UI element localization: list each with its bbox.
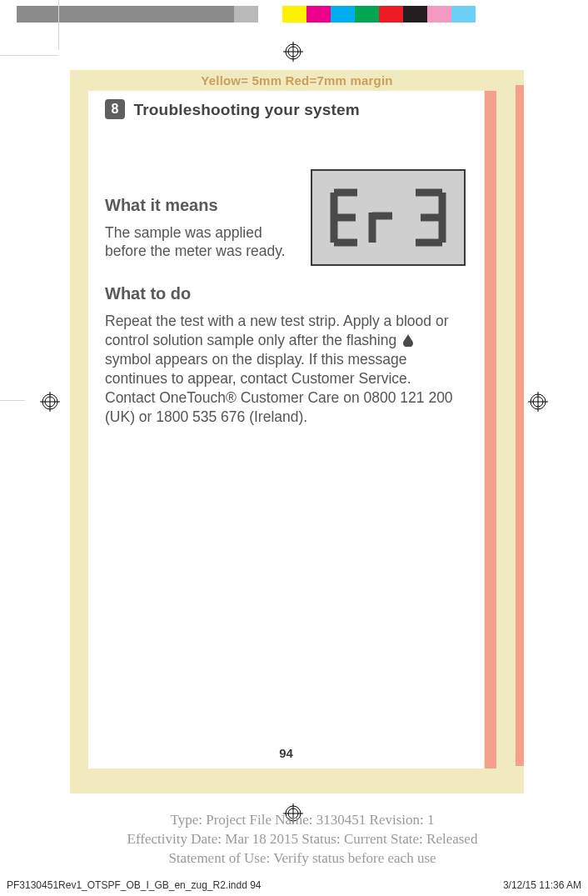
section-heading-what-to-do: What to do (105, 284, 466, 303)
doc-metadata: Type: Project File Name: 3130451 Revisio… (50, 811, 555, 868)
chapter-number-badge: 8 (105, 99, 125, 119)
color-swatch (331, 6, 355, 23)
color-swatch (379, 6, 403, 23)
color-swatch (210, 6, 234, 23)
lcd-er3-icon (326, 186, 451, 249)
meter-lcd-display (311, 169, 466, 266)
registration-mark-icon (528, 392, 548, 412)
color-swatch (137, 6, 162, 23)
orange-edge-strip (516, 85, 524, 766)
crop-rule (0, 55, 58, 56)
color-swatch (113, 6, 137, 23)
chapter-header: 8 Troubleshooting your system (105, 99, 466, 119)
section-body-what-it-means: The sample was applied before the meter … (105, 223, 296, 261)
blood-drop-icon (402, 333, 414, 346)
color-swatch (234, 6, 258, 23)
color-swatch (306, 6, 331, 23)
slugline: PF3130451Rev1_OTSPF_OB_I_GB_en_zug_R2.in… (7, 879, 581, 891)
registration-mark-icon (40, 392, 60, 412)
meta-line-3: Statement of Use: Verify status before e… (50, 849, 555, 868)
color-swatch (282, 6, 306, 23)
margin-label: Yellow= 5mm Red=7mm margin (70, 70, 524, 89)
color-swatch (17, 6, 41, 23)
slug-file: PF3130451Rev1_OTSPF_OB_I_GB_en_zug_R2.in… (7, 879, 262, 891)
section-heading-what-it-means: What it means (105, 196, 296, 215)
crop-rule (58, 0, 59, 50)
body-text-post: symbol appears on the display. If this m… (105, 351, 453, 425)
page-inner: 8 Troubleshooting your system What it me… (88, 91, 484, 768)
registration-mark-icon (283, 42, 303, 62)
print-color-bar (17, 6, 476, 23)
color-swatch (403, 6, 427, 23)
red-margin-guide (485, 91, 496, 768)
color-swatch (355, 6, 379, 23)
meta-line-1: Type: Project File Name: 3130451 Revisio… (50, 811, 555, 830)
crop-rule (0, 400, 25, 401)
section-body-what-to-do: Repeat the test with a new test strip. A… (105, 312, 463, 428)
color-swatch (186, 6, 210, 23)
color-swatch (258, 6, 282, 23)
slug-timestamp: 3/12/15 11:36 AM (503, 879, 581, 891)
color-swatch (451, 6, 476, 23)
color-swatch (427, 6, 451, 23)
color-swatch (162, 6, 186, 23)
color-swatch (65, 6, 89, 23)
color-swatch (89, 6, 113, 23)
color-swatch (41, 6, 65, 23)
body-text-pre: Repeat the test with a new test strip. A… (105, 313, 448, 348)
meta-line-2: Effectivity Date: Mar 18 2015 Status: Cu… (50, 830, 555, 849)
page-block: Yellow= 5mm Red=7mm margin 8 Troubleshoo… (70, 70, 524, 793)
chapter-title: Troubleshooting your system (133, 101, 359, 118)
page-number: 94 (88, 746, 484, 760)
